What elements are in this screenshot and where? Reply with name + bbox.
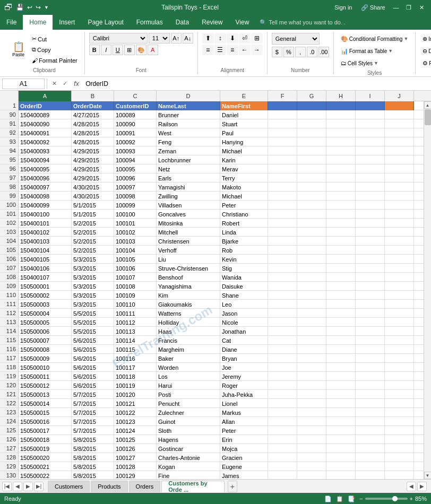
data-cell[interactable]: 100111 (114, 309, 157, 318)
data-cell[interactable]: Mitchell (157, 228, 220, 237)
data-cell[interactable]: 150500017 (19, 426, 72, 435)
data-cell[interactable] (326, 255, 356, 264)
signin-btn[interactable]: Sign in (331, 4, 356, 11)
data-cell[interactable]: Lochbrunner (157, 155, 220, 164)
data-cell[interactable]: 100113 (114, 327, 157, 336)
data-cell[interactable]: 150500021 (19, 462, 72, 471)
data-cell[interactable]: 150500018 (19, 435, 72, 444)
data-cell[interactable]: Goncalves (157, 210, 220, 219)
format-as-table-btn[interactable]: 📊 Format as Table ▼ (338, 45, 411, 57)
data-cell[interactable] (326, 155, 356, 164)
data-cell[interactable]: 150400104 (19, 246, 72, 255)
data-cell[interactable]: 100105 (114, 255, 157, 264)
header-cell[interactable] (356, 101, 385, 110)
table-row[interactable]: 1504001055/3/2015100105LiuKevin (19, 255, 424, 264)
data-cell[interactable]: Linda (220, 228, 268, 237)
data-cell[interactable]: Christiano (220, 210, 268, 219)
data-cell[interactable]: Shane (220, 291, 268, 300)
decimal-increase-btn[interactable]: .0 (307, 47, 317, 57)
data-cell[interactable] (385, 119, 414, 128)
name-box[interactable] (2, 79, 45, 89)
data-cell[interactable]: 4/28/2015 (72, 119, 114, 128)
data-cell[interactable] (356, 309, 385, 318)
table-row[interactable]: 1504001025/2/2015100102MitchellLinda (19, 228, 424, 237)
header-cell[interactable]: OrderDate (72, 101, 114, 110)
data-cell[interactable]: Zeman (157, 146, 220, 155)
data-cell[interactable]: 100104 (114, 246, 157, 255)
data-cell[interactable] (356, 219, 385, 228)
data-cell[interactable]: 150400089 (19, 110, 72, 119)
data-cell[interactable]: 100110 (114, 300, 157, 309)
data-cell[interactable]: 5/5/2015 (72, 327, 114, 336)
col-header-d[interactable]: D (157, 91, 220, 101)
tab-page-layout[interactable]: Page Layout (81, 15, 130, 30)
data-cell[interactable]: Sloth (157, 426, 220, 435)
data-cell[interactable] (268, 246, 297, 255)
data-cell[interactable]: Guinot (157, 417, 220, 426)
table-row[interactable]: 1505000135/7/2015100120PostiJuha-Pekka (19, 390, 424, 399)
data-cell[interactable]: 150500022 (19, 471, 72, 479)
data-cell[interactable] (385, 282, 414, 291)
data-cell[interactable]: Brunner (157, 110, 220, 119)
data-cell[interactable] (268, 327, 297, 336)
data-cell[interactable] (326, 128, 356, 137)
data-cell[interactable] (356, 273, 385, 282)
table-row[interactable]: 1504000924/28/2015100092FengHanying (19, 137, 424, 146)
data-cell[interactable] (297, 155, 326, 164)
table-row[interactable]: 1504001045/2/2015100104VerhoffRob (19, 246, 424, 255)
data-cell[interactable]: Posti (157, 390, 220, 399)
data-cell[interactable] (326, 219, 356, 228)
data-cell[interactable] (326, 327, 356, 336)
data-cell[interactable] (385, 399, 414, 408)
decimal-decrease-btn[interactable]: .00 (318, 47, 329, 57)
tab-data[interactable]: Data (169, 15, 195, 30)
data-cell[interactable] (326, 273, 356, 282)
data-cell[interactable]: Jonathan (220, 327, 268, 336)
data-cell[interactable]: Hanying (220, 137, 268, 146)
data-cell[interactable]: 100128 (114, 462, 157, 471)
data-cell[interactable]: Allan (220, 417, 268, 426)
data-cell[interactable]: Rob (220, 246, 268, 255)
add-sheet-btn[interactable]: + (228, 481, 237, 492)
data-cell[interactable]: Joe (220, 363, 268, 372)
table-row[interactable]: 1505000075/6/2015100114FrancisCat (19, 336, 424, 345)
data-cell[interactable] (268, 345, 297, 354)
align-middle-btn[interactable]: ↕ (214, 33, 226, 44)
data-cell[interactable] (385, 173, 414, 183)
data-cell[interactable] (326, 110, 356, 119)
data-cell[interactable] (297, 444, 326, 453)
data-cell[interactable]: Bryan (220, 354, 268, 363)
tab-home[interactable]: Home (23, 15, 53, 30)
data-cell[interactable]: Roger (220, 381, 268, 390)
data-cell[interactable] (385, 164, 414, 173)
data-cell[interactable] (356, 318, 385, 327)
data-cell[interactable] (268, 444, 297, 453)
data-cell[interactable] (356, 291, 385, 300)
header-cell[interactable]: OrderID (19, 101, 72, 110)
font-size-increase-btn[interactable]: A↑ (171, 33, 182, 44)
font-name-select[interactable]: Calibri (89, 33, 148, 44)
data-cell[interactable]: 150400091 (19, 128, 72, 137)
fill-color-btn[interactable]: 🎨 (136, 45, 146, 55)
data-cell[interactable] (326, 201, 356, 210)
data-cell[interactable] (297, 363, 326, 372)
tab-view[interactable]: View (229, 15, 256, 30)
data-cell[interactable]: 150500007 (19, 336, 72, 345)
data-cell[interactable]: Harui (157, 381, 220, 390)
data-cell[interactable]: Yanagishima (157, 282, 220, 291)
data-cell[interactable]: Zulechner (157, 408, 220, 417)
data-cell[interactable] (356, 237, 385, 246)
data-cell[interactable]: 150400098 (19, 192, 72, 201)
data-cell[interactable] (356, 164, 385, 173)
data-cell[interactable] (385, 291, 414, 300)
header-cell[interactable]: CustomerID (114, 101, 157, 110)
data-cell[interactable] (385, 155, 414, 164)
table-row[interactable]: 1504000944/29/2015100094LochbrunnerKarin (19, 155, 424, 164)
page-layout-btn[interactable]: 📋 (336, 496, 343, 502)
data-cell[interactable]: Baker (157, 354, 220, 363)
data-cell[interactable]: 100117 (114, 363, 157, 372)
data-cell[interactable] (297, 318, 326, 327)
tab-formulas[interactable]: Formulas (130, 15, 169, 30)
data-cell[interactable] (268, 183, 297, 192)
data-cell[interactable]: Kim (157, 291, 220, 300)
